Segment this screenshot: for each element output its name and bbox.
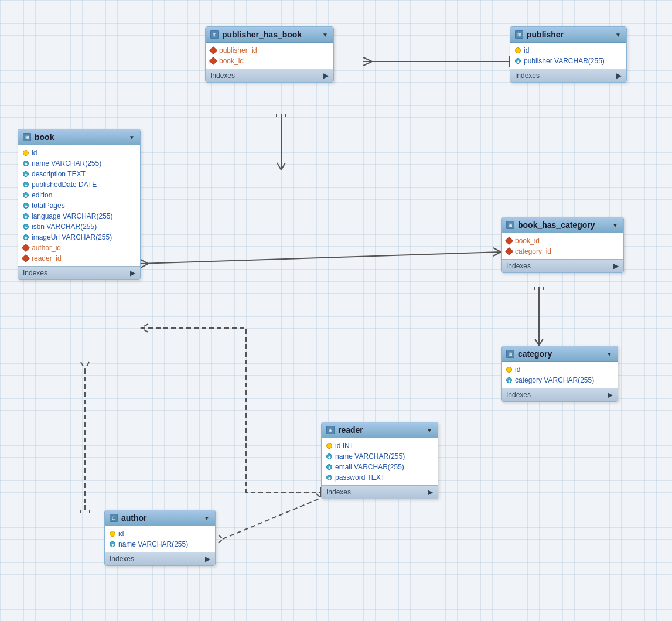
col-icon xyxy=(326,464,332,470)
erd-connections xyxy=(0,0,672,621)
dropdown-icon[interactable]: ▼ xyxy=(322,31,329,38)
table-reader[interactable]: ⊞ reader ▼ id INT name VARCHAR(255) emai… xyxy=(321,422,438,499)
table-header-book: ⊞ book ▼ xyxy=(18,129,140,145)
table-book-has-category[interactable]: ⊞ book_has_category ▼ book_id category_i… xyxy=(501,217,624,273)
col-icon xyxy=(23,203,29,209)
dropdown-icon[interactable]: ▼ xyxy=(128,134,135,141)
table-indexes[interactable]: Indexes ▶ xyxy=(502,259,623,272)
table-icon: ⊞ xyxy=(506,221,514,229)
table-header-author: ⊞ author ▼ xyxy=(105,510,215,526)
table-row: name VARCHAR(255) xyxy=(18,158,140,169)
table-body: id name VARCHAR(255) description TEXT pu… xyxy=(18,145,140,266)
svg-line-13 xyxy=(141,260,148,264)
col-icon xyxy=(23,161,29,166)
svg-line-2 xyxy=(363,62,372,66)
table-row: id xyxy=(105,528,215,539)
dropdown-icon[interactable]: ▼ xyxy=(612,221,619,228)
svg-line-20 xyxy=(81,362,85,369)
table-header-publisher: ⊞ publisher ▼ xyxy=(510,27,626,43)
table-header-book-has-category: ⊞ book_has_category ▼ xyxy=(502,217,623,233)
svg-line-25 xyxy=(141,324,148,328)
col-icon xyxy=(110,541,115,547)
col-icon xyxy=(326,453,332,459)
table-row: edition xyxy=(18,190,140,200)
fk-icon xyxy=(22,254,30,262)
svg-line-12 xyxy=(493,252,501,256)
table-row: email VARCHAR(255) xyxy=(322,462,438,472)
table-indexes[interactable]: Indexes ▶ xyxy=(502,388,618,401)
table-indexes[interactable]: Indexes ▶ xyxy=(510,69,626,82)
col-icon xyxy=(23,182,29,187)
table-row: id xyxy=(502,364,618,375)
table-icon: ⊞ xyxy=(515,30,523,39)
fk-icon xyxy=(505,237,513,245)
svg-line-17 xyxy=(539,339,543,346)
col-icon xyxy=(23,234,29,240)
table-body: book_id category_id xyxy=(502,233,623,259)
svg-line-31 xyxy=(219,535,223,539)
table-icon: ⊞ xyxy=(110,514,118,522)
table-row: author_id xyxy=(18,243,140,253)
table-row: id xyxy=(18,148,140,158)
table-title: book xyxy=(35,132,125,142)
table-icon: ⊞ xyxy=(506,350,514,358)
table-indexes[interactable]: Indexes ▶ xyxy=(105,552,215,565)
table-title: book_has_category xyxy=(518,220,608,230)
pk-icon xyxy=(23,150,29,156)
col-icon xyxy=(515,58,521,64)
table-row: description TEXT xyxy=(18,169,140,179)
svg-line-32 xyxy=(219,539,223,543)
svg-line-10 xyxy=(141,252,501,264)
dropdown-icon[interactable]: ▼ xyxy=(203,514,210,521)
table-row: isbn VARCHAR(255) xyxy=(18,221,140,232)
table-title: author xyxy=(121,513,200,523)
dropdown-icon[interactable]: ▼ xyxy=(426,426,433,434)
table-publisher-has-book[interactable]: ⊞ publisher_has_book ▼ publisher_id book… xyxy=(205,26,334,83)
col-icon xyxy=(23,171,29,177)
table-row: password TEXT xyxy=(322,472,438,483)
table-row: id xyxy=(510,45,626,56)
table-row: publishedDate DATE xyxy=(18,179,140,190)
fk-icon xyxy=(209,57,217,65)
table-indexes[interactable]: Indexes ▶ xyxy=(322,485,438,499)
pk-icon xyxy=(515,47,521,53)
table-row: name VARCHAR(255) xyxy=(105,539,215,550)
table-icon: ⊞ xyxy=(210,30,219,39)
table-book[interactable]: ⊞ book ▼ id name VARCHAR(255) descriptio… xyxy=(18,129,141,280)
dropdown-icon[interactable]: ▼ xyxy=(606,350,613,357)
svg-line-11 xyxy=(493,248,501,252)
table-header-reader: ⊞ reader ▼ xyxy=(322,422,438,438)
pk-icon xyxy=(326,443,332,449)
fk-icon xyxy=(22,244,30,252)
table-publisher[interactable]: ⊞ publisher ▼ id publisher VARCHAR(255) … xyxy=(510,26,627,83)
svg-line-1 xyxy=(363,57,372,62)
table-row: id INT xyxy=(322,441,438,451)
table-row: publisher VARCHAR(255) xyxy=(510,56,626,66)
pk-icon xyxy=(110,531,115,537)
table-row: language VARCHAR(255) xyxy=(18,211,140,221)
table-title: reader xyxy=(338,425,422,435)
table-indexes[interactable]: Indexes ▶ xyxy=(206,69,333,82)
svg-line-7 xyxy=(281,163,285,170)
table-row: book_id xyxy=(206,56,333,66)
table-category[interactable]: ⊞ category ▼ id category VARCHAR(255) In… xyxy=(501,346,618,402)
table-author[interactable]: ⊞ author ▼ id name VARCHAR(255) Indexes … xyxy=(104,510,216,566)
dropdown-icon[interactable]: ▼ xyxy=(615,31,622,38)
table-header-publisher-has-book: ⊞ publisher_has_book ▼ xyxy=(206,27,333,43)
table-title: category xyxy=(518,349,602,359)
table-row: name VARCHAR(255) xyxy=(322,451,438,462)
fk-icon xyxy=(505,247,513,255)
table-row: book_id xyxy=(502,236,623,246)
table-row: category VARCHAR(255) xyxy=(502,375,618,385)
pk-icon xyxy=(506,367,512,373)
table-indexes[interactable]: Indexes ▶ xyxy=(18,266,140,279)
table-icon: ⊞ xyxy=(23,133,31,141)
table-title: publisher_has_book xyxy=(222,30,318,39)
svg-line-16 xyxy=(535,339,539,346)
svg-line-6 xyxy=(277,163,281,170)
table-title: publisher xyxy=(527,30,611,39)
fk-icon xyxy=(209,46,217,54)
table-row: publisher_id xyxy=(206,45,333,56)
table-body: id category VARCHAR(255) xyxy=(502,362,618,388)
col-icon xyxy=(23,224,29,230)
